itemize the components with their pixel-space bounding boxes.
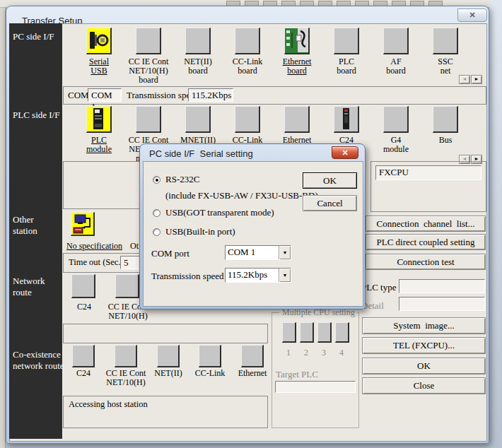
access-status-text: Accessing host station xyxy=(69,399,267,410)
dialog-com-port-label: COM port xyxy=(151,248,189,259)
icon-label-netii-board: NET(II) board xyxy=(173,57,223,76)
dialog-speed-label: Transmission speed xyxy=(151,271,223,282)
serial-usb-icon[interactable] xyxy=(86,28,112,54)
network-c24-icon[interactable] xyxy=(71,274,95,298)
coexist-cc-link-icon[interactable] xyxy=(199,345,221,367)
usb-got-radio[interactable] xyxy=(153,209,160,217)
speed-select[interactable]: 115.2Kbps ▼ xyxy=(225,268,291,283)
com-value-field[interactable]: COM 1 xyxy=(88,88,122,102)
target-plc-field xyxy=(275,381,356,393)
plc-board-icon[interactable] xyxy=(334,28,359,54)
chevron-down-icon[interactable]: ▼ xyxy=(279,246,291,259)
cpu-slot-2-number: 2 xyxy=(304,348,308,358)
sidebar-label-plc-side: PLC side I/F xyxy=(13,110,59,121)
bus-icon[interactable] xyxy=(433,106,458,133)
cpu-slot-4-icon xyxy=(335,322,349,343)
icon-label-cc-link-board: CC-Link board xyxy=(222,57,273,76)
mnetii-module-icon[interactable] xyxy=(185,106,211,133)
speed-value: 115.2Kbps xyxy=(226,269,279,282)
sidebar-label-other-station: Other station xyxy=(13,214,37,237)
cc-link-board-icon[interactable] xyxy=(235,28,260,54)
dialog-client-area: RS-232C (include FX-USB-AW / FX3U-USB-BD… xyxy=(143,161,363,307)
dialog-close-icon[interactable]: ✕ xyxy=(332,146,358,159)
cpu-slot-4-number: 4 xyxy=(339,348,344,358)
coexist-label-ethernet: Ethernet xyxy=(227,369,278,378)
network-route-status-box xyxy=(63,324,268,343)
cpu-slot-2-icon xyxy=(300,322,314,343)
usb-builtin-radio[interactable] xyxy=(153,228,160,236)
no-specification-label[interactable]: No specification xyxy=(66,241,122,252)
af-board-icon[interactable] xyxy=(383,28,409,54)
scroll-left-icon[interactable]: ◄ xyxy=(459,75,470,84)
main-ok-button[interactable]: OK xyxy=(362,358,486,375)
background-right-edge xyxy=(489,0,502,448)
cpu-slot-1-icon xyxy=(282,322,296,343)
icon-label-serial-usb[interactable]: Serial USB xyxy=(74,57,124,76)
dialog-title: PC side I/F Serial setting xyxy=(149,148,253,159)
chevron-down-icon[interactable]: ▼ xyxy=(279,269,291,282)
icon-label-ethernet-board[interactable]: Ethernet board xyxy=(272,57,322,76)
other-station-partial-label: Ot xyxy=(130,241,139,252)
tel-fxcpu-button[interactable]: TEL (FXCPU)... xyxy=(362,337,486,354)
plc-module-icon[interactable] xyxy=(86,106,112,133)
icon-label-bus: Bus xyxy=(420,136,471,145)
icon-label-plc-module[interactable]: PLC module xyxy=(74,136,124,154)
sidebar-label-pc-side: PC side I/F xyxy=(13,31,54,42)
cpu-slot-3-icon xyxy=(317,322,332,343)
coexist-c24-icon[interactable] xyxy=(72,345,95,367)
plc-direct-coupled-setting-button[interactable]: PLC direct coupled setting xyxy=(366,234,486,250)
coexist-cc-ie-cont-icon[interactable] xyxy=(115,345,137,367)
rs232c-radio-label[interactable]: RS-232C xyxy=(165,174,199,185)
c24-icon[interactable] xyxy=(334,106,359,133)
plc-type-field xyxy=(399,279,485,293)
serial-setting-dialog: PC side I/F Serial setting ✕ RS-232C (in… xyxy=(139,143,366,310)
com-label: COM xyxy=(68,90,89,101)
close-icon[interactable]: ✕ xyxy=(457,8,487,22)
icon-label-plc-board: PLC board xyxy=(321,57,372,76)
ssc-net-icon[interactable] xyxy=(433,28,458,54)
cpu-slot-3-number: 3 xyxy=(322,348,326,358)
icon-label-g4-module: G4 module xyxy=(370,136,421,154)
cc-link-module-icon[interactable] xyxy=(235,106,260,133)
network-cc-ie-cont-icon[interactable] xyxy=(115,274,139,298)
netii-board-icon[interactable] xyxy=(185,28,211,54)
detail-field xyxy=(399,297,485,311)
dialog-cancel-button[interactable]: Cancel xyxy=(303,195,357,211)
main-close-button[interactable]: Close xyxy=(362,377,486,394)
sidebar-label-network-route: Network route xyxy=(13,276,45,298)
com-port-value: COM 1 xyxy=(226,246,279,259)
dialog-ok-button[interactable]: OK xyxy=(303,172,357,189)
icon-label-af-board: AF board xyxy=(370,57,421,76)
plc-type-label: PLC type xyxy=(361,282,396,293)
rs232c-radio[interactable] xyxy=(153,176,160,184)
no-specification-icon[interactable] xyxy=(71,212,95,236)
cpu-type-field: FXCPU xyxy=(375,165,481,180)
cpu-slot-1-number: 1 xyxy=(286,348,291,358)
transmission-speed-field[interactable]: 115.2Kbps xyxy=(188,88,233,102)
system-image-button[interactable]: System image... xyxy=(362,317,486,334)
target-plc-label: Target PLC xyxy=(276,369,318,380)
scroll-right-icon[interactable]: ► xyxy=(471,75,482,84)
connection-channel-list-button[interactable]: Connection channel list... xyxy=(366,216,486,232)
usb-got-radio-label[interactable]: USB(GOT transparent mode) xyxy=(165,207,274,218)
rs232c-note: (include FX-USB-AW / FX3U-USB-BD) xyxy=(165,190,318,201)
cc-ie-cont-board-icon[interactable] xyxy=(136,28,161,54)
timeout-label: Time out (Sec.) xyxy=(69,257,124,268)
icon-label-cc-ie-cont-board: CC IE Cont NET/10(H) board xyxy=(123,57,174,85)
sidebar-label-coexistence: Co-existence network route xyxy=(13,349,64,372)
com-port-select[interactable]: COM 1 ▼ xyxy=(225,245,291,260)
coexist-ethernet-icon[interactable] xyxy=(241,345,264,367)
icon-label-ssc-net: SSC net xyxy=(420,57,471,76)
access-status-box: Accessing host station xyxy=(63,396,268,428)
coexist-netii-icon[interactable] xyxy=(157,345,180,367)
ethernet-board-icon[interactable] xyxy=(284,28,310,54)
g4-module-icon[interactable] xyxy=(383,106,409,133)
cc-ie-cont-module-icon[interactable] xyxy=(136,106,161,133)
background-left-edge xyxy=(0,8,6,448)
ethernet-module-icon[interactable] xyxy=(284,106,310,133)
connection-test-button[interactable]: Connection test xyxy=(366,254,486,270)
usb-builtin-radio-label[interactable]: USB(Built-in port) xyxy=(165,226,235,237)
